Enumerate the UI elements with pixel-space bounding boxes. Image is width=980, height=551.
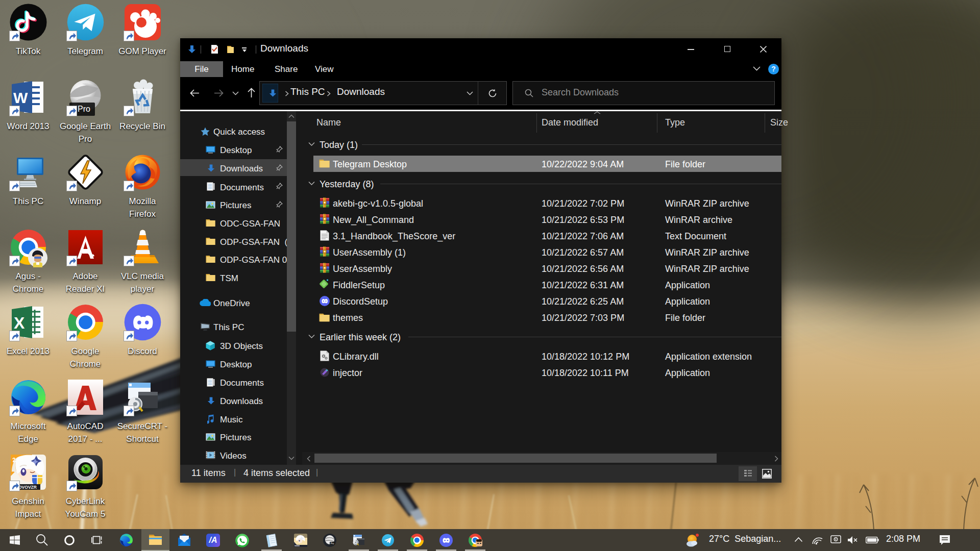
svg-text:Pro: Pro [331,542,335,545]
svg-text:W: W [13,89,28,106]
svg-text:X: X [14,314,25,332]
svg-text:2nd: 2nd [12,455,23,464]
svg-text:OVOVZR: OVOVZR [18,485,37,490]
